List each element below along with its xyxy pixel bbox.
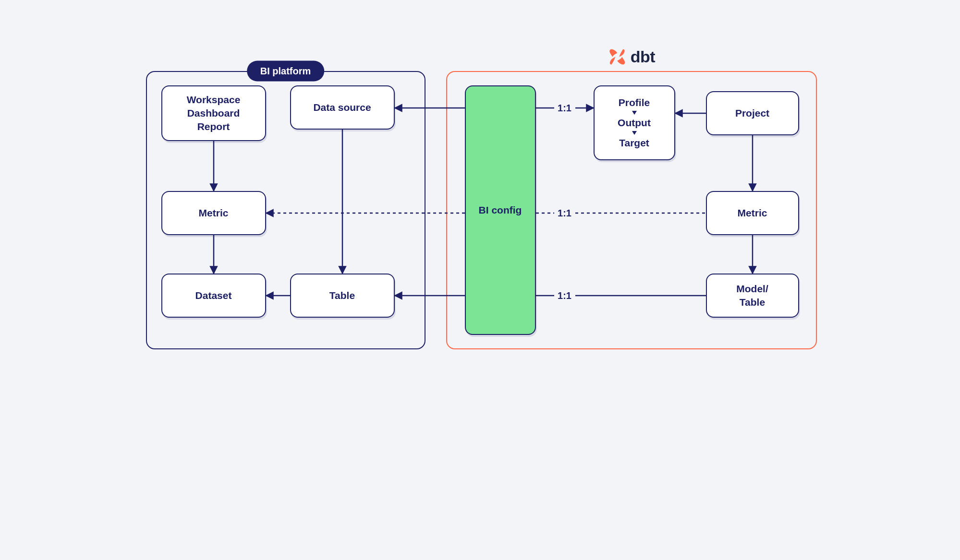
node-workspace-line3: Report [197, 120, 230, 133]
dbt-logo: dbt [608, 48, 655, 66]
node-profile-output-target: Profile Output Target [594, 85, 675, 160]
node-model-table: Model/ Table [706, 274, 799, 318]
node-workspace-line2: Dashboard [187, 107, 240, 119]
node-profile-line2: Output [618, 117, 651, 129]
node-metric-bi: Metric [161, 191, 266, 235]
node-table: Table [290, 274, 395, 318]
node-model-table-line1: Model/ [736, 283, 768, 295]
node-project: Project [706, 91, 799, 135]
arrow-down-icon [632, 131, 637, 135]
diagram-stage: BI platform dbt Workspace Dashboard Repo… [120, 0, 840, 420]
edge-label-metric-1to1: 1:1 [558, 208, 571, 219]
node-profile-line1: Profile [619, 96, 650, 109]
node-metric-dbt: Metric [706, 191, 799, 235]
dbt-logo-icon [608, 48, 626, 65]
dbt-logo-text: dbt [631, 48, 655, 66]
node-bi-config: BI config [465, 85, 536, 335]
node-workspace-dashboard-report: Workspace Dashboard Report [161, 85, 266, 141]
node-workspace-line1: Workspace [187, 94, 241, 106]
arrow-down-icon [632, 111, 637, 115]
edge-label-profile-1to1: 1:1 [558, 103, 571, 114]
node-profile-line3: Target [619, 137, 649, 149]
node-dataset: Dataset [161, 274, 266, 318]
node-data-source: Data source [290, 85, 395, 130]
node-model-table-line2: Table [740, 296, 765, 309]
edge-label-model-1to1: 1:1 [558, 290, 571, 301]
group-title-bi-platform: BI platform [247, 61, 325, 82]
